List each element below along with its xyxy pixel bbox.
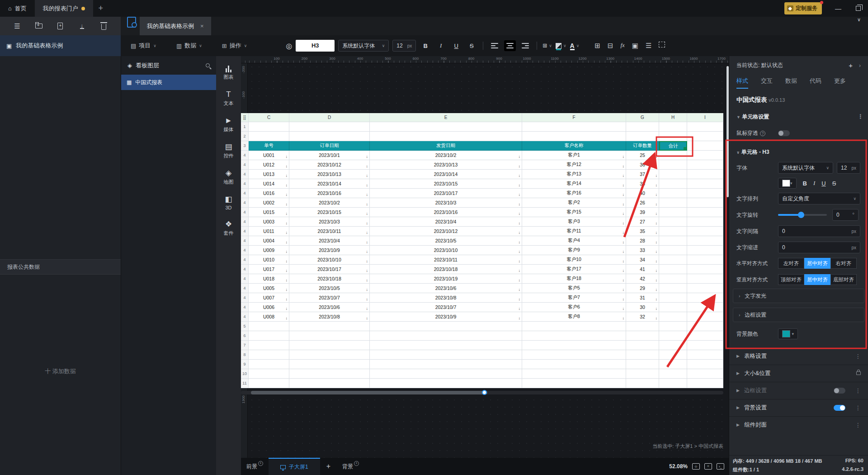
filter-arrow-icon[interactable]: ↓ [623, 259, 625, 263]
table-cell[interactable]: 2023/10/6↓ [370, 284, 522, 293]
filter-arrow-icon[interactable]: ↓ [623, 287, 625, 292]
filter-arrow-icon[interactable]: ↓ [656, 259, 658, 263]
filter-arrow-icon[interactable]: ↓ [656, 192, 658, 197]
add-foreground-icon[interactable]: + [258, 461, 263, 466]
filter-arrow-icon[interactable]: ↓ [519, 192, 521, 197]
table-cell[interactable]: 2023/10/18↓ [289, 274, 370, 284]
sheet-cell[interactable] [659, 265, 687, 274]
filter-arrow-icon[interactable]: ↓ [656, 173, 658, 178]
sheet-cell[interactable] [659, 360, 687, 369]
inspector-tab-样式[interactable]: 样式 [736, 77, 748, 89]
filter-arrow-icon[interactable]: ↓ [623, 268, 625, 273]
filter-arrow-icon[interactable]: ↓ [366, 173, 368, 178]
table-cell[interactable]: 客户8↓ [522, 312, 626, 322]
spreadsheet-component[interactable]: ⣿CDEFGHI123单号订单日期发货日期客户名称订单数量合计4U001↓202… [241, 113, 723, 388]
dock-item-套件[interactable]: ❖套件 [224, 220, 234, 237]
filter-arrow-icon[interactable]: ↓ [656, 306, 658, 311]
table-cell[interactable]: 2023/10/12↓ [370, 227, 522, 236]
table-cell[interactable]: 2023/10/15↓ [370, 179, 522, 189]
bg-color-picker[interactable]: ▾ [778, 328, 798, 339]
filter-arrow-icon[interactable]: ↓ [519, 297, 521, 301]
filter-arrow-icon[interactable]: ↓ [286, 221, 288, 225]
add-screen-button[interactable]: + [320, 462, 337, 470]
row-number[interactable]: 4 [241, 189, 249, 198]
table-cell[interactable]: 2023/10/18↓ [370, 265, 522, 274]
table-cell[interactable]: 客户10↓ [522, 255, 626, 265]
sheet-cell[interactable] [370, 379, 522, 388]
table-cell[interactable]: U017↓ [249, 265, 289, 274]
sheet-cell[interactable] [289, 379, 370, 388]
table-cell[interactable]: 29↓ [626, 284, 659, 293]
filter-arrow-icon[interactable]: ↓ [286, 211, 288, 216]
filter-arrow-icon[interactable]: ↓ [656, 202, 658, 206]
filter-arrow-icon[interactable]: ↓ [366, 192, 368, 197]
sheet-cell[interactable] [659, 217, 687, 227]
sheet-cell[interactable] [370, 322, 522, 331]
new-folder-button[interactable] [34, 21, 44, 31]
table-cell[interactable]: U012↓ [249, 160, 289, 170]
filter-arrow-icon[interactable]: ↓ [286, 259, 288, 263]
row-number[interactable]: 4 [241, 198, 249, 208]
filter-arrow-icon[interactable]: ↓ [623, 202, 625, 206]
sheet-cell[interactable] [687, 246, 723, 255]
sheet-cell[interactable] [659, 208, 687, 217]
filter-arrow-icon[interactable]: ↓ [519, 230, 521, 235]
filter-arrow-icon[interactable]: ↓ [519, 240, 521, 244]
table-cell[interactable]: 38↓ [626, 179, 659, 189]
sheet-corner-drag[interactable]: ⣿ [241, 113, 249, 122]
sheet-cell[interactable] [659, 189, 687, 198]
filter-arrow-icon[interactable]: ↓ [366, 221, 368, 225]
section-表格设置[interactable]: ▶表格设置 ⋮ [729, 347, 868, 364]
sheet-cell[interactable] [370, 369, 522, 379]
row-number[interactable]: 4 [241, 170, 249, 179]
sheet-cell[interactable] [659, 170, 687, 179]
sheet-cell[interactable] [522, 369, 626, 379]
table-cell[interactable]: 2023/10/17↓ [370, 189, 522, 198]
inspector-tab-更多[interactable]: 更多 [834, 77, 846, 89]
help-icon[interactable]: ? [760, 131, 765, 136]
cell-bold-button[interactable]: B [803, 177, 807, 189]
font-size-input[interactable]: 12px [392, 40, 416, 52]
cell-strike-button[interactable]: S [832, 177, 836, 189]
fill-color-dropdown[interactable]: ∨ [556, 43, 566, 49]
table-cell[interactable]: 2023/10/10↓ [370, 246, 522, 255]
row-number[interactable]: 4 [241, 265, 249, 274]
minimize-button[interactable]: — [828, 0, 848, 17]
table-cell[interactable]: 2023/10/1↓ [289, 151, 370, 160]
sheet-cell[interactable] [687, 331, 723, 341]
filter-arrow-icon[interactable]: ↓ [623, 249, 625, 254]
filter-arrow-icon[interactable]: ↓ [366, 240, 368, 244]
table-cell[interactable]: U016↓ [249, 189, 289, 198]
sheet-cell[interactable] [687, 341, 723, 350]
sheet-cell[interactable] [249, 122, 289, 132]
align-left-button[interactable] [489, 40, 500, 51]
sheet-cell[interactable] [626, 350, 659, 360]
filter-arrow-icon[interactable]: ↓ [366, 249, 368, 254]
filter-arrow-icon[interactable]: ↓ [366, 287, 368, 292]
sheet-cell[interactable] [659, 227, 687, 236]
column-header-I[interactable]: I [687, 113, 723, 122]
filter-arrow-icon[interactable]: ↓ [286, 192, 288, 197]
table-cell[interactable]: U008↓ [249, 312, 289, 322]
font-family-select[interactable]: 系统默认字体∨ [338, 40, 389, 52]
filter-arrow-icon[interactable]: ↓ [366, 164, 368, 168]
sheet-cell[interactable] [249, 350, 289, 360]
row-number[interactable]: 4 [241, 255, 249, 265]
table-cell[interactable]: 2023/10/14↓ [370, 170, 522, 179]
sheet-cell[interactable] [687, 151, 723, 160]
sheet-cell[interactable] [249, 369, 289, 379]
sheet-cell[interactable] [687, 265, 723, 274]
filter-arrow-icon[interactable]: ↓ [286, 249, 288, 254]
row-number[interactable]: 8 [241, 350, 249, 360]
sheet-cell[interactable] [626, 369, 659, 379]
zoom-level[interactable]: 52.08% [669, 463, 688, 470]
filter-arrow-icon[interactable]: ↓ [286, 173, 288, 178]
sheet-cell[interactable] [626, 360, 659, 369]
sheet-cell[interactable] [659, 274, 687, 284]
table-cell[interactable]: U013↓ [249, 170, 289, 179]
row-number[interactable]: 4 [241, 160, 249, 170]
row-number[interactable]: 1 [241, 122, 249, 132]
doc-search-icon[interactable] [127, 17, 136, 28]
close-tab-icon[interactable]: × [200, 23, 204, 29]
filter-arrow-icon[interactable]: ↓ [519, 202, 521, 206]
